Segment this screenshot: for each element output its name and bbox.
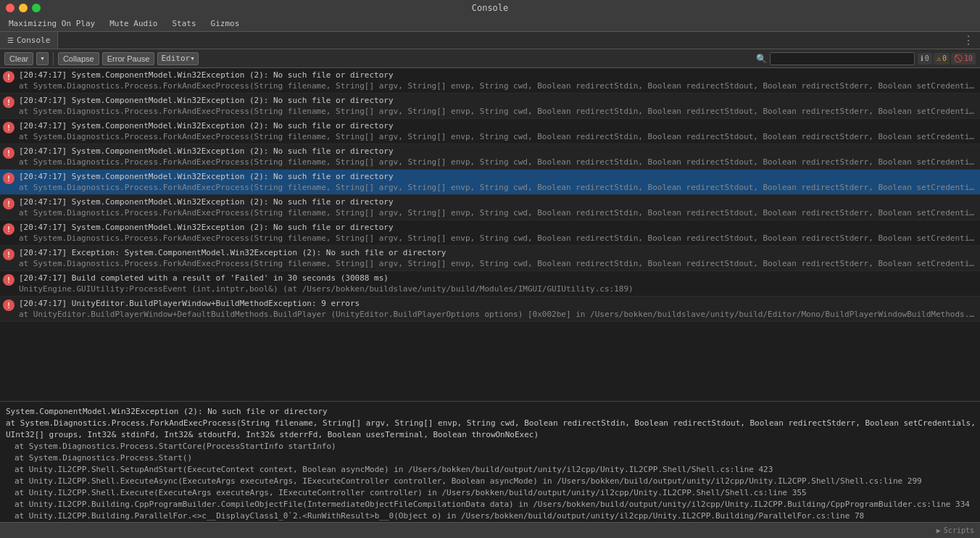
status-bar: ▶ Scripts [0,522,980,538]
error-icon: ! [3,299,14,311]
log-entry[interactable]: ![20:47:17] System.ComponentModel.Win32E… [0,144,980,170]
maximize-button[interactable] [32,4,41,12]
tab-console-label: Console [17,36,50,45]
console-log-list: ![20:47:17] System.ComponentModel.Win32E… [0,68,980,402]
log-entry[interactable]: ![20:47:17] Exception: System.ComponentM… [0,246,980,271]
log-entry[interactable]: ![20:47:17] System.ComponentModel.Win32E… [0,68,980,94]
editor-label: Editor [161,54,190,63]
menu-stats[interactable]: Stats [169,17,199,30]
title-bar: Console [0,0,980,16]
log-line2: at System.Diagnostics.Process.ForkAndExe… [19,80,977,91]
menu-gizmos[interactable]: Gizmos [208,17,243,30]
error-icon: ! [3,147,14,159]
tab-console[interactable]: ☰ Console [0,32,58,49]
log-line1: [20:47:17] Exception: System.ComponentMo… [19,247,977,258]
toolbar-divider-1 [53,52,54,65]
error-icon: ! [3,249,14,260]
close-button[interactable] [6,4,14,12]
log-line2: at System.Diagnostics.Process.ForkAndExe… [19,182,977,193]
detail-line: UInt32[] groups, Int32& stdinFd, Int32& … [6,429,974,441]
log-line2: at System.Diagnostics.Process.ForkAndExe… [19,106,977,117]
search-area: 🔍 ℹ 0 ⚠ 0 🚫 10 [756,52,976,65]
error-icon: ! [3,122,14,133]
detail-line: at Unity.IL2CPP.Building.ParallelFor.<>c… [6,510,974,522]
error-pause-button[interactable]: Error Pause [102,52,155,65]
log-line1: [20:47:17] System.ComponentModel.Win32Ex… [19,120,977,131]
toolbar: Clear ▾ Collapse Error Pause Editor ▾ 🔍 … [0,49,980,68]
detail-line: at System.Diagnostics.Process.Start() [6,452,974,464]
info-icon: ℹ [921,54,923,62]
search-input[interactable] [770,52,915,65]
minimize-button[interactable] [19,4,28,12]
warn-count: 0 [942,54,947,62]
menu-mute[interactable]: Mute Audio [107,17,160,30]
editor-dropdown[interactable]: Editor ▾ [157,52,198,65]
log-entry[interactable]: ![20:47:17] System.ComponentModel.Win32E… [0,94,980,119]
scripts-label: Scripts [944,526,974,534]
traffic-lights [6,4,41,12]
detail-line: System.ComponentModel.Win32Exception (2)… [6,406,974,418]
scripts-button[interactable]: ▶ Scripts [931,526,980,534]
clear-dropdown[interactable]: ▾ [36,52,49,65]
log-line2: at System.Diagnostics.Process.ForkAndExe… [19,258,977,269]
search-icon: 🔍 [756,54,767,64]
detail-panel: System.ComponentModel.Win32Exception (2)… [0,402,980,538]
detail-line: at Unity.IL2CPP.Shell.SetupAndStart(Exec… [6,464,974,476]
log-entry[interactable]: ![20:47:17] System.ComponentModel.Win32E… [0,195,980,220]
log-line2: at System.Diagnostics.Process.ForkAndExe… [19,157,977,167]
error-icon: ! [3,274,14,286]
log-entry[interactable]: ![20:47:17] System.ComponentModel.Win32E… [0,170,980,195]
menu-bar: Maximizing On Play Mute Audio Stats Gizm… [0,16,980,32]
detail-line: at Unity.IL2CPP.Shell.ExecuteAsync(Execu… [6,476,974,487]
detail-line: at Unity.IL2CPP.Shell.Execute(ExecuteArg… [6,487,974,499]
log-line2: at System.Diagnostics.Process.ForkAndExe… [19,131,977,142]
log-line2: at System.Diagnostics.Process.ForkAndExe… [19,233,977,244]
log-line1: [20:47:17] System.ComponentModel.Win32Ex… [19,196,977,207]
tab-more-button[interactable]: ⋮ [963,33,980,47]
log-line1: [20:47:17] System.ComponentModel.Win32Ex… [19,95,977,106]
window-title: Console [472,3,509,13]
editor-chevron-icon: ▾ [190,54,195,63]
detail-line: at Unity.IL2CPP.Building.CppProgramBuild… [6,499,974,510]
error-icon: ! [3,223,14,235]
log-line2: at System.Diagnostics.Process.ForkAndExe… [19,207,977,218]
log-entry[interactable]: ![20:47:17] Build completed with a resul… [0,271,980,297]
error-icon: ! [3,198,14,210]
log-line1: [20:47:17] System.ComponentModel.Win32Ex… [19,146,977,157]
log-line1: [20:47:17] System.ComponentModel.Win32Ex… [19,222,977,233]
log-entry[interactable]: ![20:47:17] System.ComponentModel.Win32E… [0,119,980,144]
error-icon: ! [3,71,14,83]
log-line1: [20:47:17] Build completed with a result… [19,273,977,284]
warn-icon: ⚠ [937,54,941,62]
log-line1: [20:47:17] System.ComponentModel.Win32Ex… [19,171,977,182]
clear-button[interactable]: Clear [4,52,33,65]
info-badge[interactable]: ℹ 0 [918,53,932,65]
log-line1: [20:47:17] System.ComponentModel.Win32Ex… [19,70,977,80]
error-count: 10 [964,54,973,62]
log-entry[interactable]: ![20:47:17] UnityEditor.BuildPlayerWindo… [0,297,980,322]
scripts-icon: ▶ [937,526,941,534]
info-count: 0 [925,54,929,62]
log-line2: UnityEngine.GUIUtility:ProcessEvent (int… [19,284,977,294]
error-icon: ! [3,96,14,108]
warn-badge[interactable]: ⚠ 0 [934,53,950,65]
error-icon: 🚫 [954,54,963,62]
error-badge[interactable]: 🚫 10 [951,53,976,65]
detail-line: at System.Diagnostics.Process.ForkAndExe… [6,418,974,429]
collapse-button[interactable]: Collapse [58,52,99,65]
badge-group: ℹ 0 ⚠ 0 🚫 10 [918,53,976,65]
error-icon: ! [3,173,14,184]
log-entry[interactable]: ![20:47:17] System.ComponentModel.Win32E… [0,220,980,246]
detail-line: at System.Diagnostics.Process.StartCore(… [6,441,974,452]
log-line2: at UnityEditor.BuildPlayerWindow+Default… [19,309,977,320]
menu-maximizing[interactable]: Maximizing On Play [6,17,98,30]
log-line1: [20:47:17] UnityEditor.BuildPlayerWindow… [19,298,977,309]
tab-bar: ☰ Console ⋮ [0,32,980,49]
console-tab-icon: ☰ [7,36,14,44]
